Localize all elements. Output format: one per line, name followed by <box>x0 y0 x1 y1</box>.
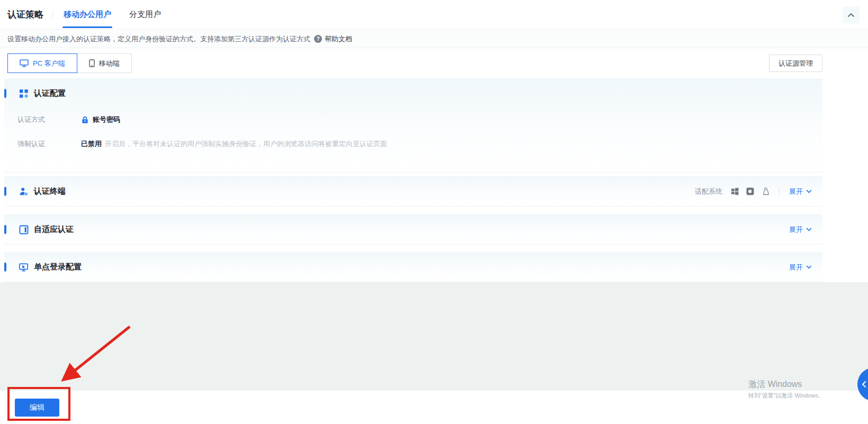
expand-auth-terminal-link[interactable]: 展开 <box>789 187 812 196</box>
auth-source-manage-label: 认证源管理 <box>778 59 813 68</box>
section-header-right: 适配系统 <box>695 176 812 206</box>
chevron-up-icon <box>847 13 855 17</box>
tab-mobile-office-users[interactable]: 移动办公用户 <box>64 0 111 30</box>
separator <box>779 188 780 195</box>
page-header: 认证策略 移动办公用户 分支用户 <box>0 0 868 30</box>
chevron-down-icon <box>806 265 812 269</box>
section-header: 认证配置 <box>4 78 822 109</box>
os-support-label: 适配系统 <box>695 187 722 196</box>
windows-icon <box>731 187 739 195</box>
title-divider <box>52 11 53 19</box>
force-auth-desc: 开启后，平台将对未认证的用户强制实施身份验证，用户的浏览器访问将被重定向至认证页… <box>105 139 387 149</box>
window-icon <box>19 225 29 234</box>
section-auth-terminal: 认证终端 适配系统 <box>4 176 822 206</box>
section-header-right: 展开 <box>789 214 812 245</box>
footer-bar <box>0 391 868 424</box>
auth-method-value: 账号密码 <box>81 115 120 124</box>
section-auth-config: 认证配置 认证方式 账号密码 强制认证 已禁用 开启后，平台将对未认证的用户强制… <box>4 78 822 173</box>
windows-activation-watermark: 激活 Windows 转到“设置”以激活 Windows。 <box>748 379 824 400</box>
section-header: 认证终端 适配系统 <box>4 176 822 206</box>
force-auth-label: 强制认证 <box>17 139 81 149</box>
tab-label: 移动办公用户 <box>64 10 111 20</box>
description-text: 设置移动办公用户接入的认证策略，定义用户身份验证的方式。支持添加第三方认证源作为… <box>7 34 310 44</box>
tab-branch-users[interactable]: 分支用户 <box>129 0 161 30</box>
chevron-down-icon <box>806 228 812 231</box>
collapse-panel-button[interactable] <box>843 6 860 23</box>
section-title: 单点登录配置 <box>34 262 82 272</box>
linux-icon <box>762 187 769 195</box>
device-tab-pc-client[interactable]: PC 客户端 <box>7 53 77 73</box>
lock-icon <box>81 116 89 124</box>
section-header-right: 展开 <box>789 252 812 282</box>
chevron-left-icon <box>862 381 866 388</box>
page-title: 认证策略 <box>7 8 43 21</box>
help-icon[interactable]: ? <box>314 35 322 43</box>
expand-label: 展开 <box>789 225 803 234</box>
sso-icon <box>19 263 29 272</box>
expand-label: 展开 <box>789 187 803 196</box>
monitor-icon <box>20 59 29 67</box>
section-sso-config: 单点登录配置 展开 <box>4 252 822 282</box>
section-header: 单点登录配置 展开 <box>4 252 822 282</box>
toolbar: PC 客户端 移动端 认证源管理 <box>0 48 868 78</box>
macos-icon <box>746 187 754 195</box>
auth-method-text: 账号密码 <box>93 115 120 124</box>
section-title: 认证配置 <box>34 88 66 98</box>
device-tab-label: PC 客户端 <box>33 59 65 68</box>
auth-policy-page: 认证策略 移动办公用户 分支用户 设置移动办公用户接入的认证策略，定义用户身份验… <box>0 0 868 424</box>
expand-sso-config-link[interactable]: 展开 <box>789 263 812 272</box>
auth-source-manage-button[interactable]: 认证源管理 <box>769 55 822 72</box>
mobile-icon <box>89 59 95 67</box>
device-tab-mobile[interactable]: 移动端 <box>77 53 132 73</box>
auth-method-row: 认证方式 账号密码 <box>17 113 120 126</box>
content-background <box>0 282 868 391</box>
edit-button[interactable]: 编辑 <box>15 399 59 417</box>
section-title: 认证终端 <box>34 186 66 196</box>
description-bar: 设置移动办公用户接入的认证策略，定义用户身份验证的方式。支持添加第三方认证源作为… <box>0 30 868 48</box>
section-adaptive-auth: 自适应认证 展开 <box>4 214 822 245</box>
section-title: 自适应认证 <box>34 224 74 234</box>
force-auth-status: 已禁用 <box>81 139 102 149</box>
expand-adaptive-auth-link[interactable]: 展开 <box>789 225 812 234</box>
force-auth-row: 强制认证 已禁用 开启后，平台将对未认证的用户强制实施身份验证，用户的浏览器访问… <box>17 138 387 150</box>
help-glyph: ? <box>316 36 319 42</box>
auth-method-label: 认证方式 <box>17 115 81 124</box>
watermark-line1: 激活 Windows <box>748 379 824 390</box>
grid-icon <box>19 89 29 98</box>
device-tab-label: 移动端 <box>99 59 120 68</box>
device-tabs: PC 客户端 移动端 <box>7 53 132 73</box>
expand-label: 展开 <box>789 263 803 272</box>
chevron-down-icon <box>806 190 812 193</box>
tab-label: 分支用户 <box>129 10 161 20</box>
user-icon <box>19 187 29 196</box>
help-doc-link[interactable]: 帮助文档 <box>325 34 352 44</box>
section-header: 自适应认证 展开 <box>4 214 822 245</box>
watermark-line2: 转到“设置”以激活 Windows。 <box>748 392 824 400</box>
